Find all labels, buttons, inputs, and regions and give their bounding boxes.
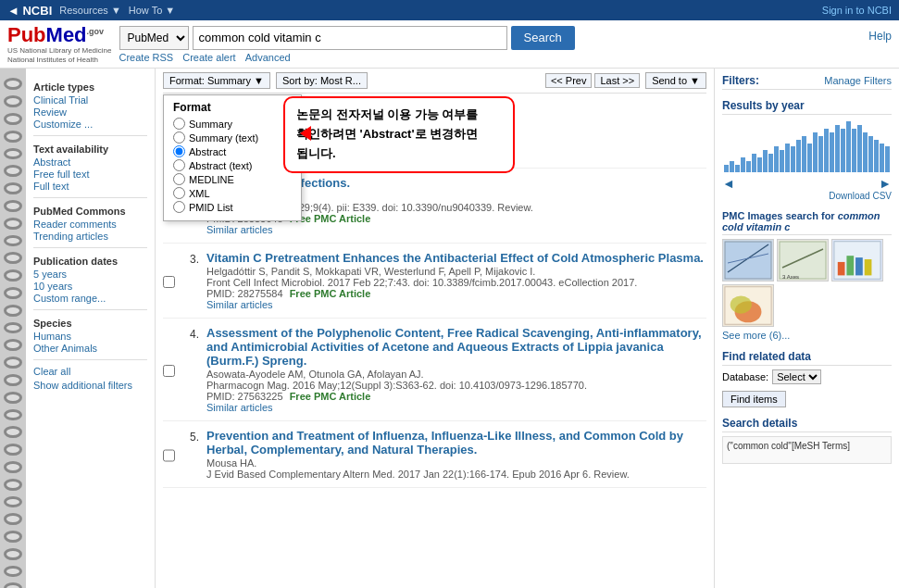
sidebar-section-species: Species Humans Other Animals (33, 318, 147, 354)
ncbi-logo[interactable]: ◄ NCBI (7, 4, 52, 18)
chart-bar (730, 161, 734, 172)
format-radio-xml[interactable] (173, 187, 185, 199)
pmc-image[interactable] (722, 284, 774, 327)
article-authors: Helgadóttir S, Pandit S, Mokkapati VR, W… (206, 266, 706, 277)
sidebar-section-text-availability: Text availability Abstract Free full tex… (33, 144, 147, 192)
free-pmc-badge[interactable]: Free PMC Article (290, 391, 371, 402)
clear-all-link[interactable]: Clear all (33, 366, 147, 377)
divider (33, 135, 147, 136)
article-title[interactable]: Assessment of the Polyphenolic Content, … (206, 326, 706, 368)
results-by-year-section: Results by year ◄ ► Download CSV (722, 99, 892, 201)
chart-bar (857, 125, 862, 172)
ring (4, 479, 22, 491)
search-button[interactable]: Search (511, 26, 575, 50)
sidebar-item-customize[interactable]: Customize ... (33, 119, 147, 130)
sidebar-item-5years[interactable]: 5 years (33, 269, 147, 280)
howto-nav[interactable]: How To ▼ (129, 5, 175, 16)
search-input[interactable] (193, 26, 507, 50)
format-option-pmid-list[interactable]: PMID List (173, 201, 292, 213)
ring (4, 200, 22, 212)
similar-articles-link[interactable]: Similar articles (206, 402, 706, 413)
manage-filters-link[interactable]: Manage Filters (824, 75, 892, 86)
sidebar-item-other-animals[interactable]: Other Animals (33, 343, 147, 354)
last-button[interactable]: Last >> (594, 73, 640, 88)
chart-bar (724, 165, 729, 172)
find-items-button[interactable]: Find items (722, 391, 786, 407)
chart-bar (768, 154, 773, 172)
pmc-image[interactable] (722, 239, 774, 281)
advanced-link[interactable]: Advanced (245, 52, 291, 63)
prev-button[interactable]: << Prev (545, 73, 593, 88)
resources-nav[interactable]: Resources ▼ (59, 5, 121, 16)
article-checkbox[interactable] (163, 254, 175, 310)
sidebar-item-abstract[interactable]: Abstract (33, 156, 147, 168)
sidebar-item-humans[interactable]: Humans (33, 331, 147, 342)
chart-bar (813, 132, 818, 172)
svg-rect-7 (838, 262, 845, 275)
sidebar-item-reader-comments[interactable]: Reader comments (33, 219, 147, 230)
sidebar-section-article-types: Article types Clinical Trial Review Cust… (33, 81, 147, 130)
format-option-medline[interactable]: MEDLINE (173, 173, 292, 185)
format-option-summary[interactable]: Summary (173, 118, 292, 130)
sign-in-link[interactable]: Sign in to NCBI (822, 5, 892, 16)
filters-section: Filters: Manage Filters (722, 74, 892, 90)
create-rss-link[interactable]: Create RSS (119, 52, 174, 63)
format-radio-pmid-list[interactable] (173, 201, 185, 213)
svg-text:3 Axes: 3 Axes (782, 274, 799, 280)
chart-bar (741, 157, 745, 172)
find-related-section: Find related data Database: Select Find … (722, 350, 892, 407)
format-option-abstract-text[interactable]: Abstract (text) (173, 159, 292, 171)
similar-articles-link[interactable]: Similar articles (206, 299, 706, 310)
format-option-abstract[interactable]: Abstract (173, 145, 292, 157)
main-area: Article types Clinical Trial Review Cust… (0, 69, 899, 588)
format-radio-summary-text[interactable] (173, 131, 185, 144)
sidebar-item-10years[interactable]: 10 years (33, 281, 147, 292)
help-link[interactable]: Help (868, 30, 892, 43)
show-additional-filters-link[interactable]: Show additional filters (33, 380, 147, 391)
download-csv-link[interactable]: Download CSV (722, 191, 892, 201)
ring (4, 426, 22, 438)
chart-bar (774, 146, 779, 172)
chart-next-button[interactable]: ► (879, 176, 892, 191)
sidebar-item-full-text[interactable]: Full text (33, 181, 147, 192)
chart-bar (780, 150, 784, 172)
database-select[interactable]: PubMed (119, 26, 189, 50)
ring (4, 322, 22, 334)
create-alert-link[interactable]: Create alert (182, 52, 235, 63)
format-radio-abstract-text[interactable] (173, 159, 185, 171)
sidebar-item-custom-range[interactable]: Custom range... (33, 293, 147, 304)
article-title[interactable]: Prevention and Treatment of Influenza, I… (206, 429, 706, 457)
format-radio-summary[interactable] (173, 118, 185, 130)
pmc-images-title: PMC Images search for common cold vitami… (722, 210, 892, 235)
format-option-xml[interactable]: XML (173, 187, 292, 199)
article-checkbox[interactable] (163, 432, 175, 480)
pmc-image[interactable]: 3 Axes (777, 239, 829, 281)
pmc-image[interactable] (831, 239, 883, 281)
sortby-button[interactable]: Sort by: Most R... (276, 72, 368, 89)
database-select[interactable]: Select (772, 369, 821, 384)
sidebar-item-review[interactable]: Review (33, 106, 147, 118)
right-sidebar: Filters: Manage Filters Results by year … (714, 69, 899, 588)
chart-bar (880, 144, 884, 172)
article-checkbox[interactable] (163, 329, 175, 413)
article-journal: Pharmacogn Mag. 2016 May;12(Suppl 3):S36… (206, 380, 706, 391)
article-title[interactable]: Vitamin C Pretreatment Enhances the Anti… (206, 251, 706, 265)
pubmed-commons-title: PubMed Commons (33, 206, 147, 217)
format-button[interactable]: Format: Summary ▼ (163, 72, 270, 89)
chart-prev-button[interactable]: ◄ (722, 176, 735, 191)
see-more-link[interactable]: See more (6)... (722, 330, 892, 341)
sidebar-item-clinical-trial[interactable]: Clinical Trial (33, 94, 147, 106)
format-radio-abstract[interactable] (173, 145, 185, 157)
annotation-arrow (300, 126, 311, 141)
chart-bar (796, 140, 801, 172)
med-text: Med (46, 23, 87, 46)
sendto-button[interactable]: Send to ▼ (645, 72, 706, 89)
free-pmc-badge[interactable]: Free PMC Article (290, 288, 371, 299)
svg-rect-8 (846, 256, 854, 276)
sidebar-item-free-full-text[interactable]: Free full text (33, 169, 147, 180)
similar-articles-link[interactable]: Similar articles (206, 224, 706, 235)
sidebar-item-trending[interactable]: Trending articles (33, 231, 147, 242)
format-option-summary-text[interactable]: Summary (text) (173, 131, 292, 144)
format-radio-medline[interactable] (173, 173, 185, 185)
ring (4, 566, 22, 578)
